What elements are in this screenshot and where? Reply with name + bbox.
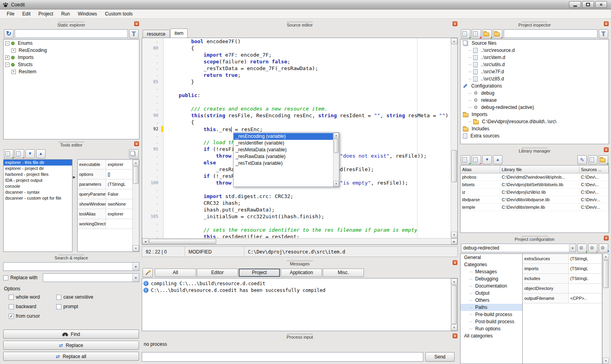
tree-item[interactable]: Includes xyxy=(461,125,609,132)
tab-resource[interactable]: resource xyxy=(143,30,170,38)
add-folder-button[interactable]: + xyxy=(482,29,492,38)
panel-header[interactable]: Project configuration x xyxy=(460,235,609,242)
property-row[interactable]: imports(TStringL xyxy=(523,264,602,274)
property-value[interactable]: explorer xyxy=(106,209,132,219)
filter-editor[interactable]: Editor xyxy=(197,269,238,277)
tools-grid-scrollbar[interactable]: ▲ ▼ xyxy=(132,160,139,252)
add-library-button[interactable]: + xyxy=(461,155,470,164)
code-line[interactable]: import std.digest.crc: CRC32; xyxy=(166,193,451,200)
menu-custom-tools[interactable]: Custom tools xyxy=(101,10,136,18)
symbol-filter-field[interactable] xyxy=(15,29,128,38)
config-scrollbar[interactable]: ▲ ▼ xyxy=(602,253,609,364)
completion-item[interactable]: _resIdentifier (variable) xyxy=(234,140,333,147)
code-line[interactable]: bool encodee7F() xyxy=(166,38,451,45)
property-value[interactable] xyxy=(569,284,602,293)
scroll-thumb[interactable] xyxy=(149,239,216,244)
panel-close-button[interactable]: x xyxy=(604,21,609,26)
code-line[interactable]: _initialSum = crc322uint(ihash.finish); xyxy=(166,213,451,220)
panel-close-button[interactable]: x xyxy=(453,260,457,265)
code-line[interactable]: this(string resFile, ResEncoding resEnc,… xyxy=(166,112,451,119)
minimize-button[interactable] xyxy=(569,1,581,8)
menu-file[interactable]: File xyxy=(3,10,18,18)
option-checkbox[interactable]: backward xyxy=(9,303,56,310)
property-value[interactable]: False xyxy=(106,189,132,199)
code-line[interactable]: scope(failure) return false; xyxy=(166,58,451,65)
checkbox-box[interactable] xyxy=(56,295,61,300)
replace-all-button[interactable]: ⇄ Replace all xyxy=(3,352,139,361)
code-line[interactable] xyxy=(166,99,451,105)
category-item[interactable]: Pre-build process xyxy=(461,311,522,318)
menu-project[interactable]: Project xyxy=(35,10,57,18)
window-titlebar[interactable]: Coedit × xyxy=(0,0,611,10)
category-item[interactable]: Paths xyxy=(461,304,522,311)
option-checkbox[interactable]: prompt xyxy=(56,303,139,310)
dropdown-arrow-icon[interactable]: ▼ xyxy=(132,274,139,282)
tool-item[interactable]: console xyxy=(4,183,72,189)
scroll-up-button[interactable]: ▲ xyxy=(133,160,139,166)
scroll-thumb[interactable] xyxy=(451,150,457,182)
property-row[interactable]: outputFilename<CPP>.. xyxy=(523,293,602,303)
replace-with-checkbox[interactable]: Replace with xyxy=(3,274,41,281)
add-source-button[interactable]: + xyxy=(461,29,470,38)
scroll-down-button[interactable]: ▼ xyxy=(133,245,139,252)
filter-misc[interactable]: Misc. xyxy=(323,269,364,277)
remove-source-button[interactable]: × xyxy=(472,29,481,38)
property-row[interactable]: executableexplorer xyxy=(78,160,132,170)
find-button[interactable]: Find xyxy=(3,330,139,339)
refresh-button[interactable]: ↻ xyxy=(4,29,13,38)
panel-header[interactable]: Tools editor x xyxy=(3,141,139,148)
remove-configuration-button[interactable]: ⚙− xyxy=(588,244,598,253)
move-tool-up-button[interactable]: ▲ xyxy=(36,149,46,158)
message-row[interactable]: icompiling C:\...\build\resource.d.coedi… xyxy=(142,280,451,287)
code-line[interactable] xyxy=(166,186,451,193)
library-row[interactable]: bitsetsC:\Dev\dproj\bitSet\lib\bitsets.l… xyxy=(461,181,609,189)
code-line[interactable]: this._resIdentifier = resIdent; xyxy=(166,233,451,238)
editor-horizontal-scrollbar[interactable]: ◀ ▶ xyxy=(142,238,457,244)
select-sources-button[interactable]: + xyxy=(599,155,608,164)
checkbox-box[interactable] xyxy=(56,304,61,309)
category-item[interactable]: All categories xyxy=(461,332,522,339)
scroll-up-button[interactable]: ▲ xyxy=(333,133,339,138)
filter-options-button[interactable] xyxy=(599,29,608,38)
library-row[interactable]: libdparseC:\Dev\dlibs\libdparse.libC:\De… xyxy=(461,196,609,204)
panel-close-button[interactable]: x xyxy=(134,21,139,26)
library-row[interactable]: templeC:\Dev\dlibs\temple.libC:\Dev\r... xyxy=(461,204,609,211)
code-line[interactable]: // sets the resource identifier to the r… xyxy=(166,227,451,233)
symbol-filter-input[interactable] xyxy=(15,30,128,38)
tree-item[interactable]: C:\Dev\dproj\resource.d\build\..\src\ xyxy=(461,118,609,125)
option-checkbox[interactable]: ✓from cursor xyxy=(9,313,56,319)
panel-close-button[interactable]: x xyxy=(453,21,457,26)
tree-item[interactable]: +ResEncoding xyxy=(4,47,139,54)
scroll-down-button[interactable]: ▼ xyxy=(451,232,457,238)
scroll-down-button[interactable]: ▼ xyxy=(603,358,609,364)
search-input[interactable] xyxy=(4,263,132,271)
code-line[interactable] xyxy=(166,220,451,227)
select-library-file-button[interactable] xyxy=(588,155,598,164)
panel-close-button[interactable]: x xyxy=(604,147,609,152)
checkbox-box[interactable] xyxy=(9,295,14,300)
panel-close-button[interactable]: x xyxy=(453,334,457,338)
scroll-thumb[interactable] xyxy=(133,166,139,184)
replace-input[interactable] xyxy=(43,274,132,282)
scroll-right-button[interactable]: ▶ xyxy=(451,238,457,244)
code-line[interactable]: _resTxtData = encode_7F(_resRawData); xyxy=(166,65,451,72)
expander-icon[interactable]: − xyxy=(5,41,10,46)
tree-item[interactable]: Extra sources xyxy=(461,132,609,139)
dropdown-arrow-icon[interactable]: ▼ xyxy=(569,244,576,252)
category-item[interactable]: Others xyxy=(461,297,522,304)
property-value[interactable]: (TStringL xyxy=(569,274,602,283)
dropdown-arrow-icon[interactable]: ▼ xyxy=(132,263,139,271)
tree-item[interactable]: Source files xyxy=(461,40,609,47)
menu-run[interactable]: Run xyxy=(57,10,73,18)
tree-item[interactable]: Configurations xyxy=(461,82,609,90)
category-item[interactable]: Run options xyxy=(461,325,522,332)
completion-item[interactable]: _resEncoding (variable) xyxy=(234,133,333,140)
tool-item[interactable]: IDA - project output xyxy=(4,177,72,183)
scroll-down-button[interactable]: ▼ xyxy=(333,181,339,187)
message-row[interactable]: iC:\...\build\resource.d.coedit has been… xyxy=(142,287,451,293)
scroll-down-button[interactable]: ▼ xyxy=(451,324,457,331)
scroll-thumb[interactable] xyxy=(334,139,339,153)
configuration-select[interactable]: debug-redirected ▼ xyxy=(461,244,576,252)
add-tool-button[interactable]: + xyxy=(4,149,13,158)
option-checkbox[interactable]: case sensitive xyxy=(56,294,139,300)
